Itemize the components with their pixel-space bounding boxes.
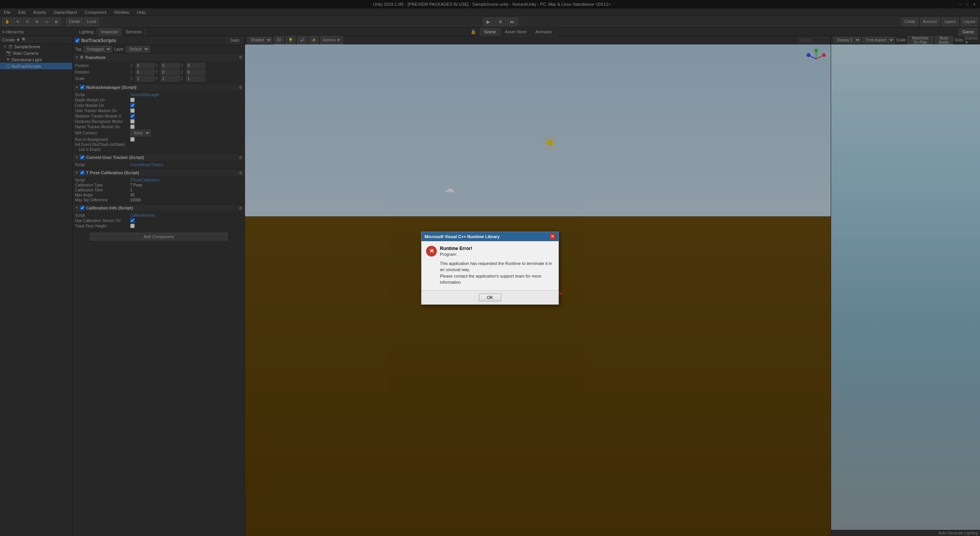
modal-dialog: Microsoft Visual C++ Runtime Library ✕ ✕… <box>421 232 559 305</box>
modal-error-title: Runtime Error! <box>440 246 472 251</box>
modal-error-body: This application has requested the Runti… <box>426 260 554 286</box>
modal-error-header: ✕ Runtime Error! Program: <box>426 246 554 257</box>
modal-error-info: Runtime Error! Program: <box>440 246 472 257</box>
modal-titlebar: Microsoft Visual C++ Runtime Library ✕ <box>421 232 559 241</box>
modal-title: Microsoft Visual C++ Runtime Library <box>425 234 500 239</box>
modal-overlay[interactable]: Microsoft Visual C++ Runtime Library ✕ ✕… <box>0 0 980 536</box>
modal-body-line1: This application has requested the Runti… <box>440 261 552 266</box>
modal-footer: OK <box>421 290 559 304</box>
modal-close-button[interactable]: ✕ <box>549 234 555 240</box>
modal-program-label: Program: <box>440 252 472 257</box>
modal-body-line4: information. <box>440 280 462 284</box>
modal-ok-button[interactable]: OK <box>479 294 501 301</box>
modal-body-line2: an unusual way. <box>440 267 470 272</box>
modal-body-line3: Please contact the application's support… <box>440 274 541 278</box>
modal-content: ✕ Runtime Error! Program: This applicati… <box>421 241 559 290</box>
error-icon: ✕ <box>426 246 437 257</box>
